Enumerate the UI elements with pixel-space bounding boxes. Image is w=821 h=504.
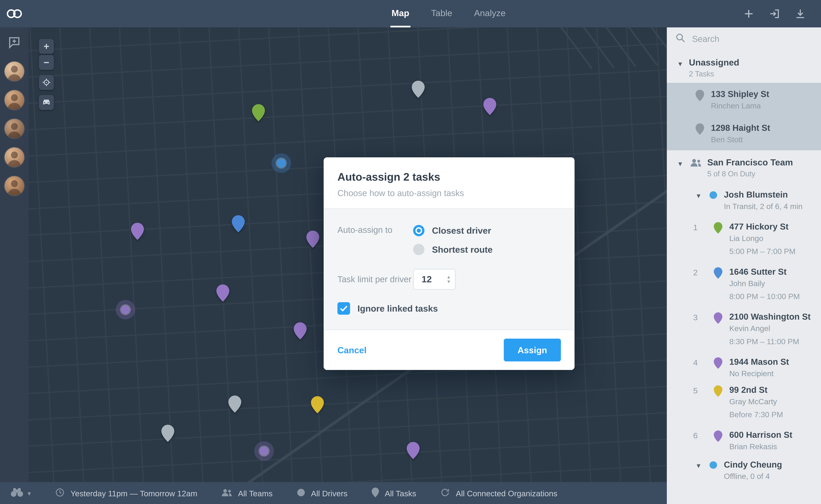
settings-gear-icon[interactable] (820, 8, 821, 20)
task-pin-icon (714, 357, 722, 371)
driver-task-row[interactable]: 5 99 2nd St Gray McCarty Before 7:30 PM (667, 380, 821, 425)
new-message-icon[interactable] (7, 35, 21, 51)
map-task-pin[interactable] (294, 322, 307, 339)
driver-status-dot (710, 191, 717, 199)
task-address: 1944 Mason St (729, 357, 821, 367)
task-pin-icon (696, 90, 704, 103)
locate-button[interactable] (39, 75, 54, 90)
map-task-pin[interactable] (228, 396, 242, 413)
zoom-out-button[interactable]: − (39, 55, 54, 70)
radio-icon[interactable] (413, 225, 425, 236)
task-limit-input[interactable]: ▲▼ (413, 269, 455, 290)
task-number: 6 (693, 431, 703, 440)
checkbox-icon[interactable] (337, 302, 350, 315)
collapse-caret-icon[interactable]: ▾ (697, 192, 701, 199)
driver-avatar[interactable] (5, 176, 24, 196)
vehicle-layer-button[interactable] (39, 95, 54, 110)
map-task-pin[interactable] (412, 81, 425, 98)
driver-avatar[interactable] (5, 119, 24, 138)
tab-map[interactable]: Map (390, 0, 410, 27)
map-task-pin[interactable] (483, 98, 496, 115)
map-task-pin[interactable] (406, 442, 420, 459)
add-icon[interactable] (743, 8, 755, 20)
task-recipient: John Baily (729, 279, 821, 288)
unassigned-section-header[interactable]: ▾ Unassigned 2 Tasks (667, 50, 821, 83)
tasks-filter-label: All Tasks (385, 489, 416, 498)
zoom-in-button[interactable]: + (39, 39, 54, 54)
collapse-caret-icon[interactable]: ▾ (678, 60, 682, 67)
team-title: San Francisco Team (707, 157, 793, 167)
stepper-icons[interactable]: ▲▼ (446, 274, 451, 284)
import-icon[interactable] (769, 8, 780, 20)
tab-analyze[interactable]: Analyze (473, 0, 507, 27)
unassigned-task-row[interactable]: 133 Shipley St Rinchen Lama (667, 83, 821, 117)
shortest-route-option[interactable]: Shortest route (413, 244, 493, 255)
teams-filter-label: All Teams (238, 489, 273, 498)
task-recipient: Ben Stott (711, 135, 821, 144)
task-window-row: 8:30 PM – 11:00 PM (667, 335, 821, 352)
team-section-header[interactable]: ▾ San Francisco Team 5 of 8 On Duty (667, 150, 821, 183)
chevron-down-icon: ▾ (27, 490, 31, 497)
task-pin-icon (714, 385, 722, 399)
driver-avatar[interactable] (5, 147, 24, 167)
topbar-actions: ? (743, 8, 821, 20)
onfleet-logo-icon[interactable] (0, 9, 29, 19)
driver-dot-icon (297, 488, 305, 499)
collapse-caret-icon[interactable]: ▾ (678, 160, 682, 167)
task-time-window: 8:30 PM – 11:00 PM (729, 337, 799, 346)
time-range-filter[interactable]: Yesterday 11pm — Tomorrow 12am (55, 488, 197, 499)
radio-label: Shortest route (432, 244, 493, 255)
driver-task-row[interactable]: 6 600 Harrison St Brian Rekasis (667, 425, 821, 453)
bottom-filter-bar: ▾ Yesterday 11pm — Tomorrow 12am All Tea… (0, 482, 667, 504)
task-limit-value[interactable] (414, 273, 446, 285)
driver-task-row[interactable]: 1 477 Hickory St Lia Longo 8:26 PM 5:00 … (667, 217, 821, 262)
assign-button[interactable]: Assign (504, 339, 561, 361)
task-pin-icon (714, 312, 722, 326)
driver-status: In Transit, 2 of 6, 4 min (724, 202, 821, 211)
task-window-row: Before 7:30 PM (667, 408, 821, 425)
driver-task-row[interactable]: 2 1646 Sutter St John Baily 8:38 PM 8:00… (667, 262, 821, 307)
team-status: 5 of 8 On Duty (707, 170, 793, 178)
driver-avatar[interactable] (5, 62, 24, 81)
tasks-filter[interactable]: All Tasks (372, 488, 416, 499)
search-input[interactable] (691, 33, 821, 44)
driver-task-row[interactable]: 4 1944 Mason St No Recipient (667, 352, 821, 380)
organizations-filter[interactable]: All Connected Organizations (440, 488, 557, 499)
driver-row[interactable]: ▾ Cindy Cheung Offline, 0 of 4 (667, 453, 821, 487)
drivers-filter[interactable]: All Drivers (297, 488, 348, 499)
teams-filter[interactable]: All Teams (221, 488, 273, 499)
map-task-pin[interactable] (216, 284, 230, 302)
collapse-caret-icon[interactable]: ▾ (697, 462, 701, 469)
driver-task-row[interactable]: 3 2100 Washington St Kevin Angel 8:45 PM… (667, 307, 821, 352)
map-task-pin[interactable] (252, 104, 265, 121)
closest-driver-option[interactable]: Closest driver (413, 225, 493, 236)
tab-table[interactable]: Table (430, 0, 453, 27)
task-time-window: 8:00 PM – 10:00 PM (729, 292, 800, 301)
driver-name: Josh Blumstein (724, 190, 821, 199)
map-controls: + − (39, 39, 54, 110)
ignore-linked-option[interactable]: Ignore linked tasks (337, 302, 561, 315)
task-pin-icon (714, 222, 722, 236)
task-pin-icon (714, 431, 722, 444)
task-recipient: Kevin Angel (729, 324, 821, 333)
map-task-pin[interactable] (311, 396, 324, 413)
driver-row[interactable]: ▾ Josh Blumstein In Transit, 2 of 6, 4 m… (667, 183, 821, 217)
map-view-switcher[interactable]: ▾ (10, 487, 31, 499)
driver-avatar[interactable] (5, 90, 24, 110)
map-task-pin[interactable] (306, 231, 319, 248)
driver-name: Cindy Cheung (724, 460, 821, 470)
radio-icon[interactable] (413, 244, 425, 255)
map-task-pin[interactable] (232, 215, 245, 232)
auto-assign-modal: Auto-assign 2 tasks Choose how to auto-a… (324, 157, 574, 370)
task-number: 1 (693, 223, 703, 232)
task-time-window: Before 7:30 PM (729, 410, 783, 419)
cancel-button[interactable]: Cancel (337, 345, 367, 355)
map-task-pin[interactable] (131, 223, 144, 240)
checkbox-label: Ignore linked tasks (358, 303, 438, 314)
connected-orgs-icon (440, 488, 450, 499)
task-limit-label: Task limit per driver (337, 274, 413, 284)
unassigned-task-row[interactable]: 1298 Haight St Ben Stott (667, 116, 821, 150)
task-address: 1646 Sutter St (729, 267, 821, 277)
download-icon[interactable] (795, 8, 806, 20)
map-task-pin[interactable] (161, 425, 174, 442)
